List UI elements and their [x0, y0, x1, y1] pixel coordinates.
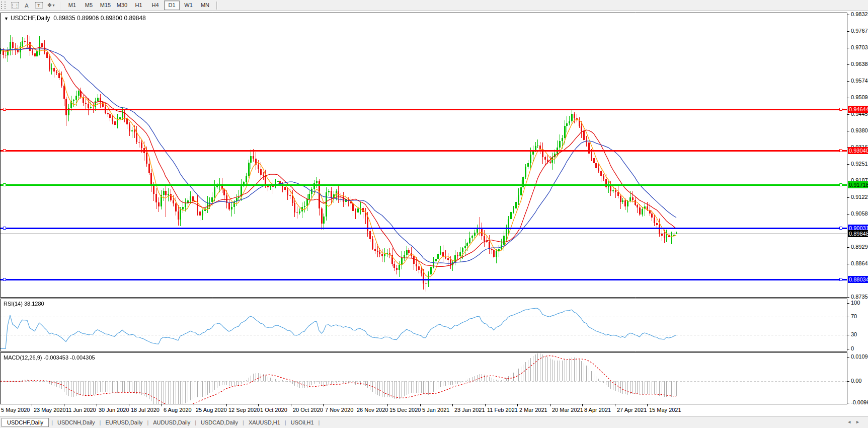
date-axis-tick [550, 404, 550, 406]
chevron-down-icon: ▾ [52, 3, 54, 8]
price-axis-label: 0.93805 [851, 127, 868, 133]
date-axis-tick [582, 404, 583, 406]
chart-collapse-icon[interactable]: ▼ [4, 16, 9, 21]
toolbar-separator [216, 2, 217, 10]
price-axis-tick [847, 247, 849, 248]
chart-tab-eurusd[interactable]: EURUSD,Daily [101, 418, 147, 426]
date-axis-tick [226, 404, 227, 406]
macd-axis-label: 0.010933 [851, 353, 868, 360]
chart-tab-usdcad[interactable]: USDCAD,Daily [196, 418, 243, 426]
text-label-icon[interactable]: A [22, 2, 31, 10]
rsi-axis-tick [847, 335, 849, 335]
date-axis-tick [32, 404, 32, 406]
date-axis-tick [258, 404, 259, 406]
date-axis-label: 5 May 2020 [1, 407, 30, 413]
chart-tab-audusd[interactable]: AUDUSD,Daily [148, 418, 195, 426]
macd-panel-canvas[interactable] [0, 352, 847, 404]
date-axis-label: 1 Oct 2020 [260, 407, 287, 413]
toolbar-separator [60, 2, 61, 10]
tab-separator: | [319, 419, 320, 425]
tab-scroll-left-icon[interactable]: ◄ [847, 419, 855, 424]
price-axis-label: 0.90580 [851, 210, 868, 217]
price-axis-tick [847, 164, 849, 165]
hline-price-badge: 0.88034 [848, 276, 868, 283]
date-axis-tick [355, 404, 355, 406]
date-axis-label: 5 Jan 2021 [422, 407, 449, 413]
date-axis-label: 12 Sep 2020 [228, 407, 260, 413]
price-axis-tick [847, 48, 849, 48]
price-axis-label: 0.97675 [851, 28, 868, 34]
macd-axis-tick [847, 403, 849, 403]
date-axis-label: 11 Feb 2021 [487, 407, 518, 413]
price-axis-label: 0.87355 [851, 294, 868, 300]
price-axis-label: 0.95095 [851, 94, 868, 100]
price-axis-label: 0.89290 [851, 244, 868, 250]
timeframe-button-mn[interactable]: MN [197, 1, 213, 10]
price-axis-tick [847, 98, 849, 98]
price-axis-tick [847, 197, 849, 198]
grid-icon-glyph: ⋮⋮ [11, 2, 19, 9]
chart-title: ▼USDCHF,Daily 0.89835 0.89906 0.89800 0.… [4, 15, 146, 22]
grid-icon[interactable]: ⋮⋮ [10, 2, 19, 10]
chart-tab-bar: USDCHF,Daily|USDCNH,Daily|EURUSD,Daily|A… [0, 416, 868, 428]
timeframe-button-m15[interactable]: M15 [98, 1, 113, 10]
date-axis-tick [420, 404, 421, 406]
date-axis-tick [452, 404, 453, 406]
date-axis-label: 11 Jun 2020 [66, 407, 96, 413]
price-axis-tick [847, 214, 849, 215]
date-axis-label: 20 Oct 2020 [293, 407, 323, 413]
date-axis-tick [323, 404, 324, 406]
date-axis-tick [97, 404, 97, 406]
date-axis-tick [615, 404, 615, 406]
current-price-badge: 0.89848 [848, 230, 868, 237]
date-axis-label: 18 Jul 2020 [131, 407, 160, 413]
timeframe-button-m5[interactable]: M5 [81, 1, 97, 10]
date-axis-tick [64, 404, 64, 406]
date-axis-label: 6 Aug 2020 [164, 407, 192, 413]
price-axis-tick [847, 31, 849, 32]
date-axis-label: 8 Apr 2021 [584, 407, 611, 413]
tab-scroll-right-icon[interactable]: ► [855, 419, 864, 424]
text-box-icon[interactable]: T [34, 2, 43, 10]
price-axis-tick [847, 15, 849, 15]
rsi-axis-label: 100 [851, 300, 860, 306]
date-axis-label: 25 Aug 2020 [196, 407, 227, 413]
price-axis-tick [847, 64, 849, 65]
price-axis-label: 0.98320 [851, 11, 868, 17]
price-axis-tick [847, 297, 849, 298]
price-axis-label: 0.95740 [851, 78, 868, 84]
timeframe-button-m30[interactable]: M30 [114, 1, 130, 10]
rsi-axis-label: 0 [851, 345, 854, 351]
timeframe-button-h4[interactable]: H4 [147, 1, 163, 10]
timeframe-button-h1[interactable]: H1 [131, 1, 146, 10]
date-axis-label: 30 Jun 2020 [99, 407, 129, 413]
rsi-axis-tick [847, 349, 849, 349]
date-axis-tick [647, 404, 648, 406]
price-axis-tick [847, 131, 849, 131]
macd-axis-tick [847, 357, 849, 358]
timeframe-button-w1[interactable]: W1 [181, 1, 196, 10]
chart-tab-usdcnh[interactable]: USDCNH,Daily [53, 418, 100, 426]
rsi-panel-canvas[interactable] [0, 299, 847, 351]
date-axis-label: 20 Mar 2021 [552, 407, 583, 413]
chart-tab-xauusd[interactable]: XAUUSD,H1 [244, 418, 285, 426]
timeframe-button-d1[interactable]: D1 [164, 1, 180, 10]
styles-icon[interactable]: ❖▾ [46, 2, 55, 10]
rsi-label: RSI(14) 38.1280 [4, 301, 44, 307]
price-axis-tick [847, 114, 849, 115]
toolbar-grip[interactable] [1, 2, 6, 9]
date-axis-tick [162, 404, 162, 406]
rsi-axis-tick [847, 317, 849, 317]
timeframe-button-m1[interactable]: M1 [64, 1, 80, 10]
date-axis-label: 27 Apr 2021 [617, 407, 647, 413]
chart-tab-usoil[interactable]: USOil,H1 [286, 418, 319, 426]
date-axis-tick [485, 404, 486, 406]
chart-ohlc-quote: 0.89835 0.89906 0.89800 0.89848 [53, 15, 146, 22]
chart-tab-usdchf[interactable]: USDCHF,Daily [2, 418, 49, 427]
toolbar: ⋮⋮ A T ❖▾ M1M5M15M30H1H4D1W1MN [0, 0, 868, 11]
price-axis-label: 0.97030 [851, 44, 868, 50]
main-chart-canvas[interactable] [0, 13, 847, 298]
price-axis-label: 0.88645 [851, 260, 868, 266]
hline-price-badge: 0.94644 [848, 106, 868, 113]
date-axis-tick [194, 404, 194, 406]
